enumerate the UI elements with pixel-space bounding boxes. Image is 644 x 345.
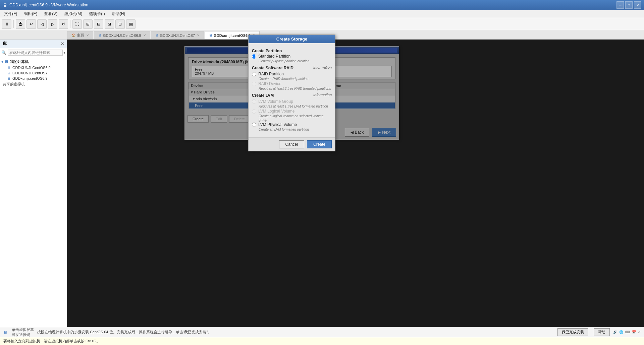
radio-lvm-vg <box>252 99 256 104</box>
menu-help[interactable]: 帮助(H) <box>109 10 128 17</box>
tray-icon1: 🔊 <box>613 330 617 334</box>
vm1-sidebar-icon: 🖥 <box>7 66 10 70</box>
create-raid-title: Create Software RAID <box>252 66 293 70</box>
pause-button[interactable]: ⏸ <box>2 19 11 29</box>
label-raid-device: RAID Device <box>258 81 281 86</box>
lvm-vg-desc: Requires at least 1 free LVM formated pa… <box>259 105 332 108</box>
tab-close-vm2[interactable]: ✕ <box>197 33 200 37</box>
modal-title: Create Storage <box>249 35 335 43</box>
lvm-lv-desc: Create a logical volume on selected volu… <box>259 114 332 122</box>
sidebar-item-vm2[interactable]: 🖥 GDDXUNJI.CentOS7 <box>0 70 67 76</box>
toolbar-sep1 <box>13 20 14 28</box>
sidebar-item-vm3[interactable]: 🖥 GDDxuniji.centOS6.9 <box>0 76 67 81</box>
custom-button[interactable]: ▤ <box>126 19 136 29</box>
window-controls: ─ □ ✕ <box>616 1 641 9</box>
vm-window: Drive /dev/sda (204800 MB) (Model: VMwar… <box>184 46 399 140</box>
create-storage-modal: Create Storage Create Partition Standard… <box>248 34 335 151</box>
vm-content-area: Drive /dev/sda (204800 MB) (Model: VMwar… <box>67 40 644 327</box>
my-computer-section[interactable]: ▾ 🖥 我的计算机 <box>0 59 67 65</box>
raid-device-desc: Requires at least 2 free RAID formated p… <box>259 87 332 90</box>
sidebar-shared[interactable]: 共享的虚拟机 <box>0 81 67 87</box>
search-input[interactable] <box>8 50 63 56</box>
infobar-text: 要将输入定向到虚拟机，请在虚拟机内部单击或按 Ctrl+G。 <box>3 339 100 344</box>
computer-icon: ▾ 🖥 <box>1 60 8 64</box>
vm2-sidebar-icon: 🖥 <box>7 71 10 75</box>
radio-raid-partition[interactable] <box>252 72 256 76</box>
toolbar-sep2 <box>70 20 70 28</box>
vm3-sidebar-icon: 🖥 <box>7 76 10 80</box>
option-lvm-logical-volume[interactable]: LVM Logical Volume <box>252 109 332 114</box>
fullscreen-button[interactable]: ⛶ <box>72 19 82 29</box>
vm1-icon: 🖥 <box>98 33 102 37</box>
create-partition-title: Create Partition <box>252 49 332 53</box>
menu-edit[interactable]: 编辑(E) <box>21 10 40 17</box>
label-raid-partition[interactable]: RAID Partition <box>258 72 284 76</box>
power-button[interactable]: ⏻ <box>16 19 25 29</box>
status-icon: 🖥 <box>3 330 7 334</box>
menubar: 文件(F) 编辑(E) 查看(V) 虚拟机(M) 选项卡(I) 帮助(H) <box>0 10 644 18</box>
tab-vm2[interactable]: 🖥 GDDXUNJI.CentOS7 ✕ <box>151 31 204 39</box>
revert-button[interactable]: ↩ <box>26 19 36 29</box>
resize-icon[interactable]: ⤢ <box>638 330 641 334</box>
cancel-button[interactable]: Cancel <box>279 140 304 148</box>
app-title: GDDxuniji.centOS6.9 - VMware Workstation <box>9 3 616 7</box>
home-icon: 🏠 <box>71 33 75 37</box>
partition-area: Drive /dev/sda (204800 MB) (Model: VMwar… <box>185 54 399 113</box>
sidebar-title: 库 <box>3 41 7 47</box>
create-lvm-title: Create LVM <box>252 93 274 98</box>
extra-button[interactable]: ⊠ <box>105 19 114 29</box>
back-button[interactable]: ◁ <box>37 19 47 29</box>
radio-raid-device <box>252 82 256 86</box>
maximize-button[interactable]: □ <box>625 1 633 9</box>
finish-install-button[interactable]: 我已完成安装 <box>557 328 588 336</box>
sidebar-tree: ▾ 🖥 我的计算机 🖥 GDDXUNJI.CentOS6.9 🖥 GDDXUNJ… <box>0 57 67 327</box>
tab-close-home[interactable]: ✕ <box>86 33 89 37</box>
titlebar: 🖥 GDDxuniji.centOS6.9 - VMware Workstati… <box>0 0 644 10</box>
option-lvm-volume-group[interactable]: LVM Volume Group <box>252 99 332 104</box>
option-standard-partition[interactable]: Standard Partition <box>252 54 332 59</box>
option-raid-partition[interactable]: RAID Partition <box>252 72 332 76</box>
create-raid-section: Create Software RAID Information <box>252 64 332 71</box>
vm2-icon: 🖥 <box>155 33 159 37</box>
tab-close-vm1[interactable]: ✕ <box>143 33 146 37</box>
status-info: 按照在物理计算机中的步骤安装 CentOS 64 位。安装完成后，操作系统会进行… <box>37 330 554 335</box>
menu-vm[interactable]: 虚拟机(M) <box>61 10 85 17</box>
raid-info-label: Information <box>313 65 332 69</box>
radio-lvm-lv <box>252 109 256 114</box>
sidebar-close-icon[interactable]: ✕ <box>61 42 64 46</box>
search-dropdown-icon[interactable]: ▾ <box>63 50 65 55</box>
radio-lvm-pv[interactable] <box>252 123 256 127</box>
lvm-info-label: Information <box>313 93 332 97</box>
refresh-button[interactable]: ↺ <box>59 19 68 29</box>
tab-home[interactable]: 🏠 主页 ✕ <box>67 31 93 39</box>
label-lvm-pv[interactable]: LVM Physical Volume <box>258 122 297 127</box>
option-lvm-physical-volume[interactable]: LVM Physical Volume <box>252 122 332 127</box>
search-icon: 🔍 <box>1 50 6 55</box>
standard-desc: General purpose partition creation <box>259 59 332 63</box>
modal-buttons: Cancel Create <box>249 137 335 151</box>
create-button[interactable]: Create <box>307 140 332 148</box>
tray-icon3: ⌨ <box>625 330 630 334</box>
radio-standard[interactable] <box>252 54 256 59</box>
statusbar: 🖥 单击虚拟屏幕 可发送按键 按照在物理计算机中的步骤安装 CentOS 64 … <box>0 327 644 337</box>
menu-tab[interactable]: 选项卡(I) <box>86 10 107 17</box>
tab-vm1[interactable]: 🖥 GDDXUNJI.CentOS6.9 ✕ <box>94 31 150 39</box>
undock-button[interactable]: ⊟ <box>94 19 103 29</box>
sidebar-search-area: 🔍 ▾ <box>0 48 67 57</box>
menu-file[interactable]: 文件(F) <box>1 10 20 17</box>
tray-time: 📅 <box>632 330 636 334</box>
close-button[interactable]: ✕ <box>634 1 641 9</box>
click-hint: 单击虚拟屏幕 可发送按键 <box>12 327 34 337</box>
toolbar: ⏸ ⏻ ↩ ◁ ▷ ↺ ⛶ ⊞ ⊟ ⊠ ⊡ ▤ <box>0 18 644 30</box>
sidebar-item-vm1[interactable]: 🖥 GDDXUNJI.CentOS6.9 <box>0 65 67 70</box>
option-raid-device[interactable]: RAID Device <box>252 81 332 86</box>
forward-button[interactable]: ▷ <box>48 19 57 29</box>
split-button[interactable]: ⊞ <box>83 19 93 29</box>
label-lvm-lv: LVM Logical Volume <box>258 109 295 114</box>
help-button[interactable]: 帮助 <box>594 328 610 336</box>
minimize-button[interactable]: ─ <box>616 1 624 9</box>
fit-button[interactable]: ⊡ <box>115 19 125 29</box>
menu-view[interactable]: 查看(V) <box>41 10 60 17</box>
tray-icon2: 🌐 <box>619 330 623 334</box>
label-standard[interactable]: Standard Partition <box>258 54 290 59</box>
